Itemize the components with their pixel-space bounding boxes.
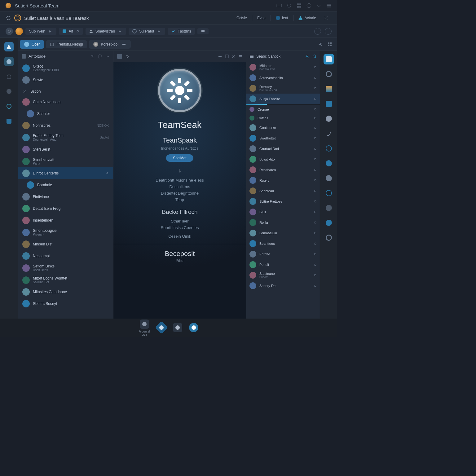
bottom-item-3[interactable]: [189, 323, 198, 333]
rrail-12[interactable]: [324, 232, 334, 243]
contact-item[interactable]: Seobtead: [246, 186, 320, 196]
shield-icon[interactable]: [98, 54, 102, 59]
contact-item[interactable]: Oronae: [246, 105, 320, 114]
ct-max-icon[interactable]: [225, 55, 229, 58]
action-icon[interactable]: [314, 117, 317, 120]
action-icon[interactable]: [314, 221, 317, 224]
list-item[interactable]: Necoumpt: [18, 250, 113, 262]
tab-send-icon[interactable]: [318, 42, 323, 47]
ct-refresh-icon[interactable]: [125, 54, 130, 59]
contact-item[interactable]: Renifnares: [246, 165, 320, 175]
splash-primary-button[interactable]: SpisMet: [166, 154, 193, 162]
rrail-0[interactable]: [324, 54, 334, 64]
contact-item[interactable]: Rutery: [246, 175, 320, 186]
action-icon[interactable]: [314, 76, 317, 79]
action-icon[interactable]: [314, 189, 317, 192]
list-item[interactable]: NonnstiresNOBIOK: [18, 120, 113, 131]
rrail-11[interactable]: [324, 218, 334, 228]
action-icon[interactable]: [314, 231, 317, 235]
contact-item[interactable]: Svitire Frettoes: [246, 196, 320, 207]
contact-item[interactable]: Susja Fancite: [246, 94, 320, 104]
contact-item[interactable]: Sottery Dot: [246, 280, 320, 291]
search-icon[interactable]: [312, 54, 317, 59]
dropdown-icon[interactable]: [316, 3, 322, 8]
ct-close-icon[interactable]: [232, 55, 236, 58]
list-item[interactable]: Mitort Botins WonttetSalrrine Bet: [18, 274, 113, 286]
upload-icon[interactable]: [90, 54, 95, 59]
action-icon[interactable]: [314, 284, 317, 287]
list-item[interactable]: Dettut Isem Frog: [18, 203, 113, 214]
contact-item[interactable]: MitibatrsSort wol kiss: [246, 62, 320, 73]
action-icon[interactable]: [314, 147, 317, 150]
action-icon[interactable]: [314, 253, 317, 256]
action-icon[interactable]: [314, 66, 317, 69]
rrail-8[interactable]: [324, 173, 334, 183]
rrail-1[interactable]: [324, 69, 334, 79]
header-btn-1[interactable]: Evos: [254, 15, 269, 21]
header-btn-0[interactable]: Octsie: [233, 15, 250, 21]
ct-menu-icon[interactable]: [239, 55, 242, 58]
rail-4-icon[interactable]: [4, 87, 14, 96]
action-icon[interactable]: [314, 200, 317, 203]
list-item[interactable]: Sefidm BinksUseit Denti: [18, 262, 113, 274]
tab-2[interactable]: Korsetkool: [89, 40, 131, 49]
sync-icon[interactable]: [286, 3, 292, 8]
rail-6-icon[interactable]: [4, 117, 14, 126]
list-item[interactable]: SmontbougsieProsiant: [18, 226, 113, 238]
nav-item-1[interactable]: Alt: [59, 28, 83, 35]
list-item[interactable]: Insentenden: [18, 214, 113, 226]
list-item[interactable]: Sbettrc Susnyt: [18, 298, 113, 310]
nav-home-icon[interactable]: [15, 28, 23, 35]
contact-item[interactable]: Bius: [246, 207, 320, 217]
list-item[interactable]: Scenter: [18, 108, 113, 120]
tab-1[interactable]: FrentstM.Netngi: [46, 40, 87, 48]
contact-item[interactable]: Cofees: [246, 114, 320, 122]
ct-folder-icon[interactable]: [117, 54, 122, 59]
list-item[interactable]: StinrihenviattParty: [18, 155, 113, 167]
rail-home-icon[interactable]: [4, 42, 14, 51]
nav-item-0[interactable]: Sup Wein▶: [25, 28, 56, 35]
contact-item[interactable]: Acterventabeits: [246, 73, 320, 83]
contact-item[interactable]: Beantfoes: [246, 238, 320, 249]
rrail-10[interactable]: [324, 203, 334, 213]
header-btn-2[interactable]: Ient: [273, 15, 291, 21]
rrail-3[interactable]: [324, 99, 334, 109]
action-icon[interactable]: [314, 210, 317, 214]
contact-item[interactable]: Bowit Rito: [246, 154, 320, 165]
rail-3-icon[interactable]: [4, 72, 14, 81]
list-item[interactable]: Mitasttes Catodnone: [18, 286, 113, 298]
list-item[interactable]: Fratoi Fiottey TentiDounerwein A/adBaoto…: [18, 131, 113, 143]
header-btn-3[interactable]: Actarle: [295, 15, 319, 21]
bottom-item-1[interactable]: [157, 323, 166, 333]
nav-item-list[interactable]: [197, 28, 209, 34]
action-icon[interactable]: [314, 242, 317, 245]
rrail-7[interactable]: [324, 158, 334, 169]
contact-item[interactable]: Roilla: [246, 217, 320, 228]
header-more-icon[interactable]: [321, 15, 332, 21]
bottom-item-0[interactable]: A ourcal O15: [139, 320, 150, 336]
list-item[interactable]: Dinrot Centertis: [18, 167, 113, 179]
ct-min-icon[interactable]: [218, 55, 222, 58]
nav-item-2[interactable]: Smetvistran▶: [86, 28, 126, 35]
rrail-2[interactable]: [324, 84, 334, 94]
list-item[interactable]: Suwte: [18, 74, 113, 86]
more-icon[interactable]: [105, 54, 109, 59]
rrail-4[interactable]: [324, 113, 334, 124]
menu-icon[interactable]: [326, 3, 332, 8]
contact-item[interactable]: DerckoyDunbretnoi 80: [246, 83, 320, 94]
list-item[interactable]: Calra Novetinoes: [18, 96, 113, 108]
rrail-5[interactable]: [324, 128, 334, 139]
tab-0[interactable]: Ocer: [20, 40, 44, 49]
nav-back-icon[interactable]: [6, 28, 13, 35]
contact-item[interactable]: StesteaneEnaoro: [246, 270, 320, 280]
action-icon[interactable]: [314, 168, 317, 171]
action-icon[interactable]: [314, 158, 317, 161]
action-icon[interactable]: [314, 97, 317, 100]
action-icon[interactable]: [314, 137, 317, 140]
rrail-6[interactable]: [324, 143, 334, 154]
nav-lock-icon[interactable]: [314, 28, 321, 35]
rail-chat-icon[interactable]: [4, 57, 14, 66]
bottom-item-2[interactable]: [173, 323, 182, 333]
list-item[interactable]: Minben Dist: [18, 238, 113, 250]
nav-item-3[interactable]: Suleratot▶: [129, 28, 165, 35]
